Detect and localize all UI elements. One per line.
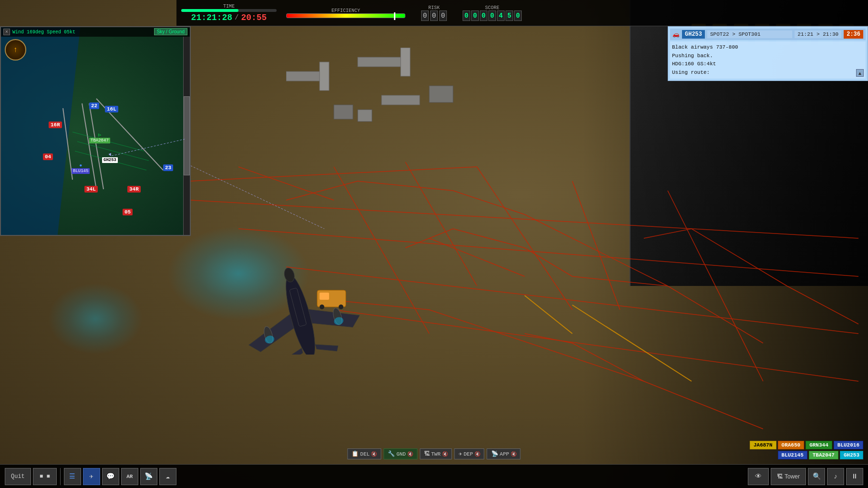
hud-risk-section: Risk 0 0 0 <box>415 5 453 21</box>
info-panel: 🚗 GH253 SPOT22 > SPOT301 21:21 > 21:30 2… <box>668 26 868 81</box>
score-d3: 0 <box>488 10 496 21</box>
weather-icon: ☁ <box>166 472 170 480</box>
svg-line-39 <box>82 103 96 189</box>
svg-rect-28 <box>320 293 329 300</box>
ac-tag-grn344[interactable]: GRN344 <box>806 441 832 449</box>
svg-point-30 <box>339 305 343 309</box>
runway-label-34l: 34L <box>84 184 98 193</box>
info-callsign[interactable]: GH253 <box>682 30 705 39</box>
ac-tag-blu2016[interactable]: BLU2016 <box>834 441 863 449</box>
radio-del-mute: 🔇 <box>371 451 377 457</box>
svg-point-29 <box>320 305 324 309</box>
svg-rect-31 <box>286 71 324 81</box>
pause-icon: ⏸ <box>851 473 858 480</box>
mode-layers-btn[interactable]: ☰ <box>64 468 81 485</box>
info-scroll-up-btn[interactable]: ▲ <box>856 69 864 77</box>
radio-gnd[interactable]: 🔧 GND 🔇 <box>383 448 417 459</box>
quit-button[interactable]: Quit <box>5 468 31 485</box>
tower-btn[interactable]: 🏗 Tower <box>771 468 806 485</box>
mode-weather-btn[interactable]: ☁ <box>159 468 176 485</box>
mode-aircraft-btn[interactable]: ✈ <box>83 468 100 485</box>
runway-label-16l: 16L <box>105 104 118 113</box>
radio-twr-label: TWR <box>431 451 441 457</box>
radio-twr[interactable]: 🏗 TWR 🔇 <box>420 448 452 459</box>
time-bar-container <box>181 9 277 12</box>
svg-line-46 <box>112 139 185 156</box>
hud-time-section: Time 21:21:28 / 20:55 <box>181 4 277 22</box>
tower-label: Tower <box>785 473 800 480</box>
info-airline: Black airways 737-800 <box>672 43 854 52</box>
pause-speed-btn[interactable]: ■ ■ <box>33 468 57 485</box>
aircraft-list-top-row: JA687N ORA650 GRN344 BLU2016 <box>750 441 863 449</box>
speed-icon: ■ ■ <box>40 473 50 480</box>
north-indicator: ↑ <box>13 46 18 54</box>
radio-dep[interactable]: ✈ DEP 🔇 <box>455 448 485 459</box>
minimap-toggle-btn[interactable]: Sky / Ground <box>154 28 187 35</box>
radio-app-mute: 🔇 <box>511 451 517 457</box>
score-d5: 5 <box>506 10 513 21</box>
runway-34r: 34R <box>127 186 141 193</box>
chat-icon: 💬 <box>106 472 114 480</box>
bottom-hud: Quit ■ ■ ☰ ✈ 💬 AR 📡 ☁ 👁 <box>0 464 868 488</box>
compass: ↑ <box>5 39 26 61</box>
aircraft-icon: ✈ <box>90 472 93 480</box>
svg-rect-34 <box>401 48 410 76</box>
jetway-structures <box>286 48 572 238</box>
runway-label-05: 05 <box>123 207 133 216</box>
music-btn[interactable]: ♪ <box>827 468 844 485</box>
runway-22: 22 <box>89 102 99 109</box>
ac-tag-gh253[interactable]: GH253 <box>840 451 863 459</box>
runway-23: 23 <box>163 164 173 171</box>
radio-app-label: APP <box>500 451 509 457</box>
mode-ar-btn[interactable]: AR <box>121 468 138 485</box>
aircraft-list: JA687N ORA650 GRN344 BLU2016 BLU2145 TBA… <box>750 441 863 459</box>
score-d2: 0 <box>480 10 487 21</box>
radio-app[interactable]: 📡 APP 🔇 <box>487 448 521 459</box>
svg-rect-38 <box>429 86 453 102</box>
minimap-aircraft-gh253[interactable]: ▲ GH253 <box>102 152 118 163</box>
minimap-wind: Wind 169deg Speed 05kt <box>12 30 75 35</box>
minimap[interactable]: × Wind 169deg Speed 05kt Sky / Ground ↑ … <box>0 26 191 236</box>
risk-digit-0: 0 <box>421 10 429 21</box>
score-d0: 0 <box>463 10 470 21</box>
radio-gnd-label: GND <box>396 451 406 457</box>
runway-label-16r: 16R <box>49 120 62 129</box>
minimap-label-tba2047: TBA2047 <box>89 138 110 143</box>
info-panel-header: 🚗 GH253 SPOT22 > SPOT301 21:21 > 21:30 2… <box>670 29 866 40</box>
ac-tag-blu2145[interactable]: BLU2145 <box>778 451 807 459</box>
minimap-close-btn[interactable]: × <box>3 29 10 35</box>
binoculars-btn[interactable]: 👁 <box>748 468 769 485</box>
runway-label-22: 22 <box>89 101 99 110</box>
tower-icon: 🏗 <box>777 473 783 480</box>
music-icon: ♪ <box>834 473 837 480</box>
pause-btn[interactable]: ⏸ <box>846 468 863 485</box>
time-target: 20:55 <box>241 13 267 22</box>
layers-icon: ☰ <box>69 472 75 480</box>
search-btn[interactable]: 🔍 <box>808 468 825 485</box>
score-display: 0 0 0 0 4 5 0 <box>463 10 522 21</box>
ac-tag-ora650[interactable]: ORA650 <box>778 441 805 449</box>
runway-label-23: 23 <box>163 163 173 172</box>
ac-tag-tba2047[interactable]: TBA2047 <box>809 451 838 459</box>
efficiency-marker <box>394 12 395 20</box>
minimap-aircraft-tba2047[interactable]: ▷ TBA2047 <box>89 132 110 143</box>
ac-tag-ja687n[interactable]: JA687N <box>750 441 776 449</box>
aircraft-main[interactable] <box>200 221 401 355</box>
radio-del[interactable]: 📋 DEL 🔇 <box>347 448 381 459</box>
info-aircraft-icon: 🚗 <box>672 31 680 38</box>
radio-del-icon: 📋 <box>351 450 359 458</box>
time-bar <box>181 9 238 12</box>
minimap-aircraft-blu145[interactable]: ● BLU145 <box>72 163 90 174</box>
quit-label: Quit <box>11 473 25 480</box>
risk-label: Risk <box>428 5 440 10</box>
mode-radar-btn[interactable]: 📡 <box>140 468 157 485</box>
score-d1: 0 <box>471 10 479 21</box>
svg-marker-20 <box>315 339 339 355</box>
risk-digit-2: 0 <box>439 10 447 21</box>
mode-chat-btn[interactable]: 💬 <box>102 468 119 485</box>
radio-twr-icon: 🏗 <box>424 450 430 458</box>
time-label: Time <box>223 4 235 9</box>
info-route: SPOT22 > SPOT301 <box>707 30 792 38</box>
efficiency-bar <box>286 13 405 18</box>
radio-app-icon: 📡 <box>491 450 498 458</box>
